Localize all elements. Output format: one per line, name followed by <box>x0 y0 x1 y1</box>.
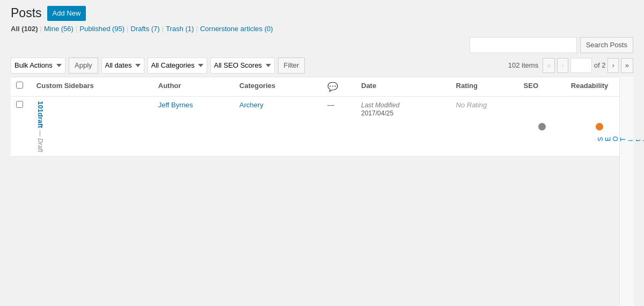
row-author-cell: Jeff Byrnes <box>153 96 234 157</box>
col-rating-header: Rating <box>451 77 518 96</box>
col-comments-header: 💬 <box>322 77 356 96</box>
posts-table: Custom Sidebars Author Categories 💬 Date <box>11 77 633 157</box>
page-title: Posts <box>11 5 42 21</box>
col-title-header[interactable]: Custom Sidebars <box>31 77 153 96</box>
filter-button[interactable]: Filter <box>278 57 305 74</box>
col-seo-header: SEO <box>518 77 566 96</box>
seo-score-dot <box>538 123 546 130</box>
tablenav: Bulk Actions Apply All dates All Categor… <box>11 57 633 74</box>
col-checkbox <box>11 77 31 96</box>
seo-title-rotated-label: SEOTitle <box>597 136 645 141</box>
next-page-button[interactable]: › <box>608 58 618 73</box>
row-seo-cell <box>518 96 566 157</box>
filter-link-published[interactable]: Published (95) | <box>79 25 130 33</box>
row-rating-cell: No Rating <box>451 96 518 157</box>
all-seo-scores-select[interactable]: All SEO Scores <box>210 57 275 74</box>
date-modified-label: Last Modified <box>361 101 399 109</box>
author-link[interactable]: Jeff Byrnes <box>158 101 193 109</box>
pagination: 102 items « ‹ 1 of 2 › » <box>508 58 633 73</box>
items-count: 102 items <box>508 61 538 69</box>
search-input[interactable] <box>470 37 577 53</box>
filter-link-all[interactable]: All (102) | <box>11 25 44 33</box>
row-checkbox[interactable] <box>16 101 23 108</box>
select-all-checkbox[interactable] <box>16 82 23 89</box>
filter-link-cornerstone-articles[interactable]: Cornerstone articles (0) <box>200 25 273 33</box>
search-posts-button[interactable]: Search Posts <box>580 37 633 53</box>
row-categories-cell: Archery <box>234 96 322 157</box>
filter-link-drafts[interactable]: Drafts (7) | <box>131 25 166 33</box>
row-checkbox-cell <box>11 96 31 157</box>
last-page-button[interactable]: » <box>621 58 633 73</box>
apply-button[interactable]: Apply <box>69 57 98 74</box>
all-categories-select[interactable]: All Categories <box>148 57 207 74</box>
filter-links: All (102) | Mine (56) | Published (95) |… <box>11 25 633 33</box>
date-value: 2017/04/25 <box>361 110 393 117</box>
rating-value: No Rating <box>456 101 487 109</box>
bulk-actions-select[interactable]: Bulk Actions <box>11 57 65 74</box>
first-page-button[interactable]: « <box>543 58 555 73</box>
comments-value: — <box>327 101 334 109</box>
col-categories-header: Categories <box>234 77 322 96</box>
page-number-input[interactable]: 1 <box>570 58 592 73</box>
table-row: 101draft — Draft Jeff Byrnes Archery — L… <box>11 96 633 157</box>
row-title-cell: 101draft — Draft <box>31 96 153 157</box>
col-date-header: Date <box>356 77 451 96</box>
add-new-button[interactable]: Add New <box>47 6 86 21</box>
table-header-row: Custom Sidebars Author Categories 💬 Date <box>11 77 633 96</box>
row-date-cell: Last Modified 2017/04/25 <box>356 96 451 157</box>
col-author-header: Author <box>153 77 234 96</box>
post-title-link[interactable]: 101draft <box>36 101 45 128</box>
posts-table-container: Custom Sidebars Author Categories 💬 Date <box>11 77 633 157</box>
bulk-actions-wrapper: Bulk Actions <box>11 57 65 74</box>
readability-score-dot <box>596 123 603 130</box>
total-pages: of 2 <box>594 61 606 69</box>
category-link[interactable]: Archery <box>239 101 264 109</box>
filter-link-trash[interactable]: Trash (1) | <box>166 25 200 33</box>
filter-link-mine[interactable]: Mine (56) | <box>44 25 79 33</box>
row-comments-cell: — <box>322 96 356 157</box>
all-dates-select[interactable]: All dates <box>101 57 144 74</box>
prev-page-button[interactable]: ‹ <box>557 58 568 73</box>
seo-title-sidebar: SEOTitle <box>619 77 633 306</box>
